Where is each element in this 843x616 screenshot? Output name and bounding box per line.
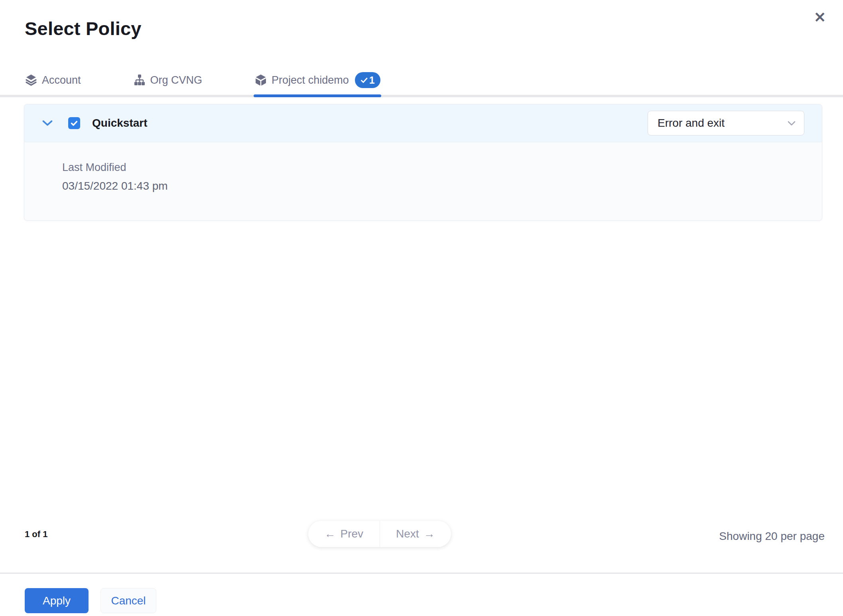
policy-details: Last Modified 03/15/2022 01:43 pm <box>24 142 822 220</box>
policy-name: Quickstart <box>92 117 148 129</box>
policy-action-value: Error and exit <box>658 117 725 129</box>
page-title: Select Policy <box>25 18 142 39</box>
left-arrow-icon: ← <box>324 528 335 539</box>
chevron-down-icon <box>787 121 796 126</box>
check-icon <box>360 77 368 83</box>
page-size-info: Showing 20 per page <box>719 530 825 543</box>
prev-button[interactable]: ← Prev <box>308 521 380 547</box>
prev-label: Prev <box>340 528 363 540</box>
row-expand-button[interactable] <box>42 120 53 126</box>
tab-project[interactable]: Project chidemo 1 <box>254 66 380 94</box>
tab-org-label: Org CVNG <box>150 74 203 86</box>
badge-count: 1 <box>369 75 375 86</box>
tab-bar: Account Org CVNG <box>25 66 380 94</box>
footer-divider <box>0 573 843 574</box>
apply-button[interactable]: Apply <box>25 588 89 613</box>
select-policy-modal: Select Policy ✕ Account <box>0 0 843 616</box>
next-label: Next <box>396 528 419 540</box>
tab-account[interactable]: Account <box>25 66 81 94</box>
right-arrow-icon: → <box>424 528 435 539</box>
chevron-down-icon <box>42 120 53 126</box>
policy-card: Quickstart Error and exit Last Modified … <box>24 104 822 221</box>
tab-account-label: Account <box>42 74 81 86</box>
tab-divider <box>0 95 843 97</box>
last-modified-value: 03/15/2022 01:43 pm <box>62 180 822 192</box>
org-hierarchy-icon <box>133 74 146 86</box>
policy-action-select[interactable]: Error and exit <box>648 111 804 135</box>
layers-icon <box>25 74 37 86</box>
policy-checkbox[interactable] <box>68 117 80 129</box>
tab-org[interactable]: Org CVNG <box>133 66 203 94</box>
cancel-button[interactable]: Cancel <box>100 588 156 613</box>
close-button[interactable]: ✕ <box>810 8 829 27</box>
next-button[interactable]: Next → <box>380 521 451 547</box>
policy-row-header: Quickstart Error and exit <box>24 104 822 142</box>
cube-icon <box>254 74 267 86</box>
close-icon: ✕ <box>814 10 826 25</box>
page-count: 1 of 1 <box>25 529 47 539</box>
pager: ← Prev Next → <box>308 521 451 547</box>
selected-count-badge: 1 <box>355 72 380 88</box>
last-modified-label: Last Modified <box>62 161 822 174</box>
check-icon <box>69 118 79 128</box>
tab-project-label: Project chidemo <box>272 74 349 86</box>
